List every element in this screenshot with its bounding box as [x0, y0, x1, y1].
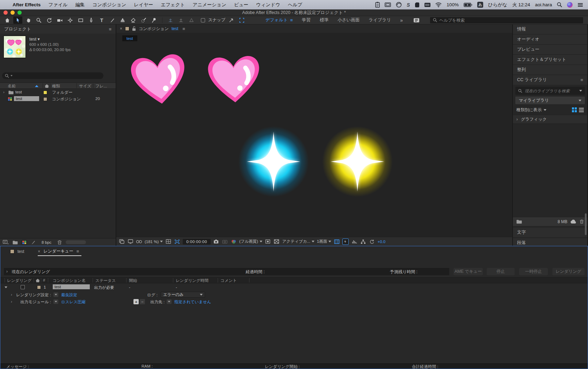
show-snapshot-icon[interactable] — [222, 239, 228, 245]
project-bit-depth[interactable]: 8 bpc — [39, 240, 53, 244]
column-comment[interactable]: コメント — [220, 278, 237, 283]
collapse-caret-icon[interactable] — [5, 286, 7, 288]
folder-icon[interactable] — [516, 219, 522, 224]
trash-icon[interactable] — [580, 219, 584, 224]
shape-tool[interactable] — [76, 16, 85, 24]
library-search-box[interactable] — [515, 87, 585, 95]
grid-view-icon[interactable] — [572, 107, 577, 112]
project-search-box[interactable] — [2, 72, 103, 79]
help-search-box[interactable] — [430, 17, 583, 23]
viewer-comp-tab[interactable]: test — [122, 35, 137, 41]
view-axis-mode-icon[interactable] — [187, 16, 196, 24]
project-row-composition[interactable]: test コンポジション 20 — [0, 96, 116, 102]
output-to-value[interactable]: 指定されていません — [174, 299, 211, 305]
display-icon[interactable] — [385, 2, 391, 7]
composition-name-selected[interactable]: test — [14, 96, 39, 101]
snap-checkbox[interactable] — [201, 18, 205, 22]
column-name[interactable]: 名前 — [8, 84, 16, 89]
show-channels-icon[interactable] — [231, 239, 237, 245]
expander-icon[interactable]: › — [3, 90, 5, 94]
fast-previews-icon[interactable] — [265, 239, 271, 245]
always-preview-icon[interactable] — [118, 239, 125, 245]
menu-animation[interactable]: アニメーション — [193, 2, 226, 8]
viewer-tab-label[interactable]: コンポジション — [139, 26, 169, 32]
adjustment-icon[interactable] — [31, 240, 36, 245]
region-of-interest-icon[interactable] — [174, 239, 180, 245]
pan-behind-tool[interactable] — [66, 16, 75, 24]
selected-comp-name[interactable]: test ▾ — [29, 36, 40, 42]
ime-mode-label[interactable]: ひらがな — [488, 2, 507, 8]
queue-in-ame-button[interactable]: AME でキュー — [453, 268, 483, 275]
exposure-value[interactable]: +0.0 — [377, 240, 385, 244]
text-tool[interactable]: T — [97, 16, 106, 24]
column-number[interactable]: # — [43, 278, 45, 282]
barcode-icon[interactable] — [424, 2, 430, 7]
new-composition-icon[interactable] — [22, 240, 27, 245]
render-settings-caret[interactable] — [53, 292, 58, 297]
project-panel-title[interactable]: プロジェクト — [4, 26, 31, 32]
notification-center-icon[interactable] — [578, 3, 583, 7]
siri-icon[interactable] — [567, 2, 573, 8]
output-to-caret[interactable] — [167, 299, 172, 304]
label-color-swatch[interactable] — [37, 285, 41, 289]
help-search-input[interactable] — [439, 18, 580, 23]
workspace-settings-icon[interactable] — [412, 16, 421, 24]
viewer-tab-comp-name[interactable]: test — [172, 26, 178, 31]
app-menu[interactable]: After Effects — [13, 2, 41, 7]
panel-tab-info[interactable]: 情報 — [513, 24, 587, 34]
menubar-user[interactable]: aoi.hara — [535, 2, 552, 7]
column-frames[interactable]: フレ... — [95, 84, 107, 89]
view-by-label[interactable]: 種類別に表示 — [516, 107, 542, 113]
roto-brush-tool[interactable] — [139, 16, 148, 24]
render-queue-menu-icon[interactable]: ≡ — [77, 249, 79, 254]
pixel-aspect-correction-icon[interactable] — [334, 239, 340, 245]
column-size[interactable]: サイズ — [79, 84, 91, 89]
creative-cloud-icon[interactable] — [396, 2, 402, 8]
label-color-column-icon[interactable] — [36, 278, 40, 283]
project-panel-menu-icon[interactable]: ≡ — [109, 27, 111, 32]
magnification-glasses-icon[interactable] — [136, 239, 142, 245]
menubar-clock[interactable]: 火 12:24 — [512, 2, 530, 8]
column-render-time[interactable]: レンダリング時間 — [176, 278, 209, 283]
workspace-menu-icon[interactable]: ≡ — [290, 17, 293, 23]
trash-icon[interactable] — [57, 240, 62, 245]
render-item-checkbox[interactable] — [21, 285, 25, 289]
column-started[interactable]: 開始 — [129, 278, 137, 283]
show-channel-monitor-icon[interactable] — [127, 239, 133, 245]
histogram-icon[interactable] — [351, 239, 357, 245]
menu-window[interactable]: ウィンドウ — [256, 2, 280, 8]
reset-exposure-icon[interactable] — [369, 239, 375, 245]
column-type[interactable]: 種類 — [52, 84, 60, 89]
spotlight-search-icon[interactable] — [557, 2, 562, 7]
ime-input-icon[interactable]: あ — [477, 2, 483, 8]
render-item-row[interactable]: 1 test 出力が必要 - - — [0, 284, 588, 291]
camera-tool[interactable] — [55, 16, 64, 24]
folder-name[interactable]: test — [15, 90, 22, 94]
label-color-swatch[interactable] — [43, 91, 47, 94]
workspace-standard[interactable]: 標準 — [320, 17, 328, 23]
transparency-grid-icon[interactable] — [274, 239, 280, 245]
panel-tab-align[interactable]: 整列 — [513, 65, 587, 74]
search-options-caret[interactable] — [10, 75, 13, 77]
render-queue-tab[interactable]: レンダーキュー ≡ — [43, 248, 79, 254]
current-timecode[interactable]: 0:00:00:00 — [183, 239, 210, 244]
grid-guides-icon[interactable] — [165, 239, 172, 245]
resolution-dropdown[interactable]: (フル画質) — [239, 239, 262, 244]
rotation-tool[interactable] — [45, 16, 54, 24]
project-row-folder[interactable]: › test フォルダー — [0, 89, 116, 96]
column-render[interactable]: レンダリング — [7, 278, 32, 283]
snap-label[interactable]: スナップ — [208, 17, 225, 23]
menu-effect[interactable]: エフェクト — [161, 2, 185, 8]
library-search-input[interactable] — [525, 89, 570, 93]
sort-ascending-icon[interactable] — [35, 85, 38, 87]
column-comp-name[interactable]: コンポジション名 — [53, 278, 86, 283]
clipboard-icon[interactable] — [375, 2, 380, 8]
composition-thumbnail[interactable] — [3, 36, 26, 58]
menu-help[interactable]: ヘルプ — [288, 2, 302, 8]
label-color-swatch[interactable] — [43, 97, 47, 101]
output-module-caret[interactable] — [53, 299, 58, 304]
search-scope-caret[interactable] — [579, 90, 582, 92]
hand-tool[interactable] — [24, 16, 33, 24]
panel-tab-audio[interactable]: オーディオ — [513, 35, 587, 44]
panel-tab-character[interactable]: 文字 — [513, 228, 587, 237]
